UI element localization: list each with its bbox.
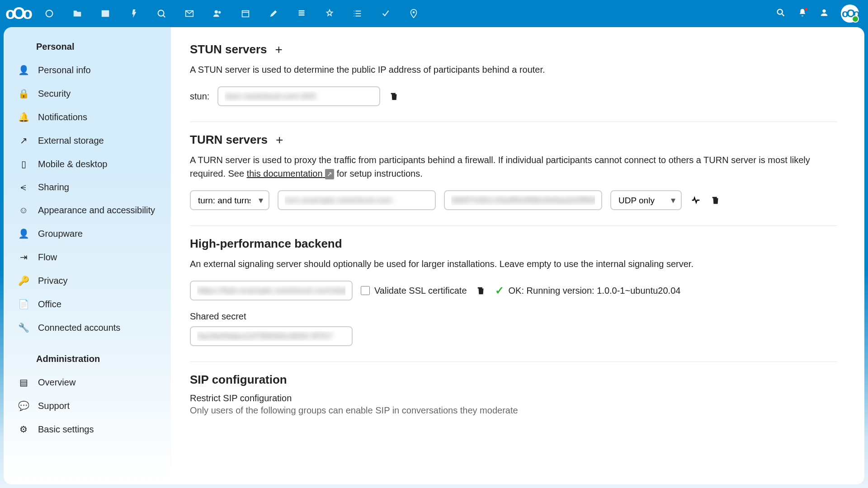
sidebar-item-groupware[interactable]: 👤Groupware	[4, 222, 171, 245]
sidebar-item-support[interactable]: 💬Support	[4, 394, 171, 418]
add-stun-button[interactable]: +	[275, 43, 283, 56]
section-turn: TURN servers + A TURN server is used to …	[190, 122, 837, 226]
sidebar-item-sharing[interactable]: ⪪Sharing	[4, 176, 171, 199]
calendar-icon[interactable]	[231, 0, 259, 27]
contacts-icon[interactable]	[203, 0, 231, 27]
sidebar-header-personal: Personal	[4, 35, 171, 58]
delete-stun-button[interactable]	[388, 90, 400, 102]
svg-point-1	[158, 10, 164, 16]
svg-point-0	[46, 10, 53, 17]
hpb-url-input[interactable]	[190, 281, 353, 300]
validate-ssl-checkbox[interactable]: Validate SSL certificate	[361, 286, 467, 296]
sidebar-item-connected-accounts[interactable]: 🔧Connected accounts	[4, 316, 171, 339]
sidebar-item-external-storage[interactable]: ↗External storage	[4, 129, 171, 152]
talk-icon[interactable]	[147, 0, 175, 27]
accessibility-icon: ☺	[18, 205, 29, 216]
sidebar-item-label: Appearance and accessibility	[38, 205, 155, 216]
stun-prefix-label: stun:	[190, 91, 209, 102]
turn-server-input[interactable]	[278, 190, 436, 210]
app-shell: Personal 👤Personal info 🔒Security 🔔Notif…	[4, 27, 864, 484]
sidebar-item-overview[interactable]: ▤Overview	[4, 371, 171, 394]
sidebar-item-basic-settings[interactable]: ⚙Basic settings	[4, 418, 171, 441]
group-icon: 👤	[18, 228, 29, 239]
svg-point-4	[413, 11, 415, 14]
shared-secret-label: Shared secret	[190, 311, 837, 322]
sidebar-item-office[interactable]: 📄Office	[4, 292, 171, 316]
sidebar-item-label: Support	[38, 401, 70, 411]
svg-point-3	[218, 11, 221, 14]
list-icon[interactable]	[344, 0, 372, 27]
turn-title: TURN servers	[190, 133, 268, 147]
lock-icon: 🔒	[18, 88, 29, 99]
notifications-icon[interactable]	[797, 8, 807, 19]
hpb-description: An external signaling server should opti…	[190, 257, 837, 271]
dashboard-icon[interactable]	[35, 0, 63, 27]
add-turn-button[interactable]: +	[276, 134, 283, 146]
chat-icon: 💬	[18, 400, 29, 411]
turn-secret-input[interactable]	[444, 190, 602, 210]
maps-icon[interactable]	[400, 0, 428, 27]
sidebar-item-label: Connected accounts	[38, 323, 120, 333]
turn-description: A TURN server is used to proxy the traff…	[190, 153, 837, 180]
hpb-status-text: OK: Running version: 1.0.0-1~ubuntu20.04	[509, 286, 681, 296]
hpb-secret-input[interactable]	[190, 326, 353, 346]
stun-title: STUN servers	[190, 42, 267, 56]
settings-sidebar: Personal 👤Personal info 🔒Security 🔔Notif…	[4, 27, 171, 484]
delete-hpb-button[interactable]	[475, 285, 487, 296]
svg-point-5	[778, 9, 783, 14]
sidebar-header-admin: Administration	[4, 347, 171, 371]
files-icon[interactable]	[63, 0, 91, 27]
section-hpb: High-performance backend An external sig…	[190, 226, 837, 362]
wrench-icon: 🔧	[18, 322, 29, 333]
photos-icon[interactable]	[91, 0, 119, 27]
section-stun: STUN servers + A STUN server is used to …	[190, 41, 837, 122]
flow-icon: ⇥	[18, 252, 29, 263]
turn-scheme-select[interactable]: turn: and turns:	[190, 190, 269, 210]
test-turn-button[interactable]	[690, 194, 702, 206]
validate-ssl-label: Validate SSL certificate	[374, 286, 467, 296]
deck-icon[interactable]	[288, 0, 316, 27]
sidebar-item-appearance[interactable]: ☺Appearance and accessibility	[4, 199, 171, 222]
sidebar-item-label: Basic settings	[38, 424, 94, 435]
top-bar: oOo oOo	[0, 0, 868, 27]
status-online-dot	[852, 15, 859, 23]
bell-icon: 🔔	[18, 112, 29, 122]
app-logo[interactable]: oOo	[5, 4, 30, 23]
sidebar-item-flow[interactable]: ⇥Flow	[4, 245, 171, 269]
app-switcher	[35, 0, 428, 27]
user-avatar[interactable]: oOo	[841, 5, 859, 23]
tasks-icon[interactable]	[372, 0, 400, 27]
share-icon: ⪪	[18, 182, 29, 192]
section-sip: SIP configuration Restrict SIP configura…	[190, 362, 837, 431]
stun-server-input[interactable]	[217, 86, 380, 106]
activity-icon[interactable]	[119, 0, 147, 27]
sip-title: SIP configuration	[190, 373, 287, 387]
sidebar-item-privacy[interactable]: 🔑Privacy	[4, 269, 171, 292]
mail-icon[interactable]	[175, 0, 203, 27]
sidebar-item-notifications[interactable]: 🔔Notifications	[4, 105, 171, 129]
hpb-title: High-performance backend	[190, 237, 342, 251]
sidebar-item-label: Security	[38, 89, 71, 99]
turn-protocol-select[interactable]: UDP only	[610, 190, 682, 210]
sidebar-item-label: Flow	[38, 252, 57, 263]
contacts-menu-icon[interactable]	[819, 8, 829, 19]
settings-content: STUN servers + A STUN server is used to …	[171, 27, 864, 484]
sip-restrict-desc: Only users of the following groups can e…	[190, 405, 837, 416]
sidebar-item-label: Privacy	[38, 276, 68, 286]
sip-restrict-label: Restrict SIP configuration	[190, 393, 837, 404]
overview-icon: ▤	[18, 377, 29, 388]
sidebar-item-security[interactable]: 🔒Security	[4, 82, 171, 105]
sidebar-item-personal-info[interactable]: 👤Personal info	[4, 58, 171, 82]
sidebar-item-label: Mobile & desktop	[38, 159, 107, 169]
sidebar-item-label: Sharing	[38, 182, 69, 192]
sidebar-item-label: Office	[38, 299, 61, 310]
search-icon[interactable]	[776, 8, 786, 19]
notification-dot	[804, 7, 808, 11]
notes-icon[interactable]	[259, 0, 288, 27]
sidebar-item-label: External storage	[38, 136, 104, 146]
delete-turn-button[interactable]	[710, 194, 722, 206]
validate-ssl-input[interactable]	[361, 286, 370, 295]
sidebar-item-mobile[interactable]: ▯Mobile & desktop	[4, 152, 171, 176]
featured-icon[interactable]	[316, 0, 344, 27]
turn-doc-link[interactable]: this documentation ↗	[247, 169, 334, 178]
